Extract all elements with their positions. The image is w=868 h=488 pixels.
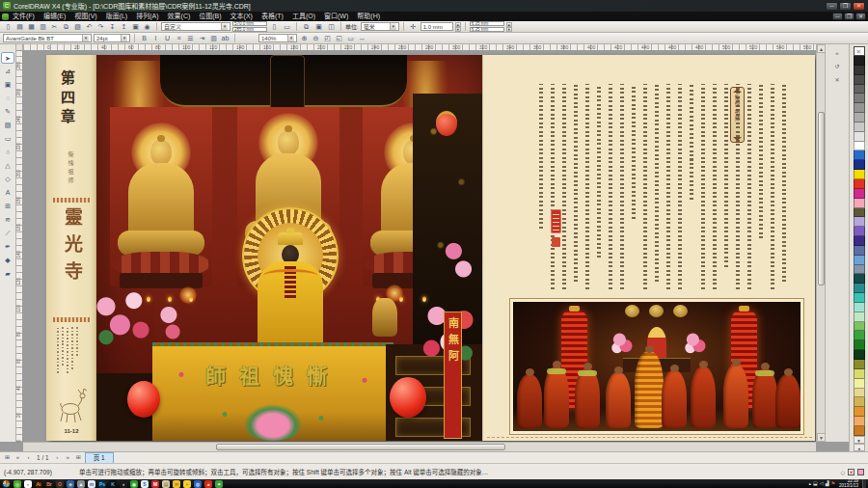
import-icon[interactable]: ↧ — [107, 22, 118, 32]
menu-文件[interactable]: 文件(F) — [9, 12, 39, 21]
next-page-button[interactable]: › — [53, 453, 62, 462]
horizontal-ruler[interactable]: 0204060801001201401601802002202402602803… — [23, 44, 816, 51]
color-swatch[interactable] — [854, 208, 865, 218]
doc-minimize-button[interactable]: ─ — [832, 13, 843, 20]
taskbar-app-globe-browser[interactable]: ◍ — [194, 480, 202, 488]
color-swatch[interactable] — [854, 350, 865, 360]
drawing-canvas[interactable]: 第四章 惭愧祖师 靈光寺 — [23, 51, 816, 442]
hscroll-thumb[interactable] — [216, 444, 505, 450]
print-icon[interactable]: ▥ — [38, 22, 48, 32]
units-combo[interactable]: 毫米▾ — [361, 22, 399, 31]
color-swatch[interactable] — [854, 122, 865, 132]
taskbar-app-media-app[interactable]: ◆ — [67, 480, 74, 488]
color-swatch[interactable] — [854, 397, 865, 407]
menu-帮助[interactable]: 帮助(H) — [353, 12, 384, 21]
color-swatch[interactable] — [854, 56, 865, 66]
cut-icon[interactable]: ✂ — [49, 22, 60, 32]
ruler-origin-corner[interactable] — [16, 44, 23, 51]
taskbar-app-green-app[interactable]: ✦ — [215, 480, 223, 488]
duplicate-y-field[interactable]: 6.35 mm — [470, 27, 504, 32]
color-swatch[interactable] — [854, 66, 865, 75]
taskbar-app-kugou[interactable]: K — [109, 480, 117, 488]
color-swatch[interactable] — [854, 303, 865, 312]
doc-restore-button[interactable]: ❐ — [844, 13, 854, 20]
page-options-icon[interactable]: ⊞ — [3, 453, 12, 462]
color-swatch[interactable] — [854, 426, 865, 436]
docker-icon[interactable]: ✕ — [832, 75, 843, 85]
taskbar-app-360-safe[interactable]: ◎ — [14, 480, 21, 488]
copy-icon[interactable]: ⧉ — [61, 22, 71, 32]
taskbar-app-mail[interactable]: ✉ — [173, 480, 180, 488]
palette-expand[interactable]: ◂ — [854, 444, 865, 451]
ellipse-tool[interactable]: ○ — [1, 147, 14, 158]
zoom-tool[interactable]: ◌ — [1, 93, 14, 104]
undo-icon[interactable]: ↶ — [84, 22, 95, 32]
color-swatch[interactable] — [854, 265, 865, 275]
color-swatch[interactable] — [854, 142, 865, 151]
edit-text-button[interactable]: ab — [220, 34, 231, 43]
taskbar-app-browser-green[interactable]: ◉ — [130, 480, 138, 488]
color-swatch[interactable] — [854, 407, 865, 417]
color-swatch[interactable] — [854, 284, 865, 293]
text-tool[interactable]: A — [1, 187, 14, 199]
pick-tool[interactable]: ➤ — [1, 52, 14, 64]
start-button[interactable] — [2, 479, 11, 488]
rectangle-tool[interactable]: ▭ — [1, 133, 14, 145]
color-swatch[interactable] — [854, 160, 865, 170]
right-page[interactable]: 惭愧祖师 — [482, 55, 815, 441]
color-swatch[interactable] — [854, 170, 865, 179]
menu-版面[interactable]: 版面(L) — [102, 12, 132, 21]
duplicate-spinner[interactable]: ▲▼ — [506, 22, 512, 31]
color-swatch[interactable] — [854, 293, 865, 303]
color-swatch[interactable] — [854, 199, 865, 208]
color-swatch[interactable] — [854, 389, 865, 398]
open-icon[interactable]: ▤ — [14, 22, 25, 32]
taskbar-app-notes[interactable]: ▤ — [162, 480, 170, 488]
taskbar-app-bridge[interactable]: Br — [45, 480, 53, 488]
color-swatch[interactable] — [854, 312, 865, 322]
paste-icon[interactable]: ▨ — [72, 22, 83, 32]
zoom-selected-button[interactable]: ◰ — [322, 34, 333, 43]
menu-文本[interactable]: 文本(X) — [227, 12, 257, 21]
paper-height-field[interactable]: 285.0 mm — [232, 27, 267, 32]
zoom-in-button[interactable]: ⊕ — [299, 34, 310, 43]
no-color-swatch[interactable]: ✕ — [854, 46, 865, 56]
color-swatch[interactable] — [854, 274, 865, 284]
basic-shapes-tool[interactable]: ◇ — [1, 174, 14, 185]
color-swatch[interactable] — [854, 113, 865, 122]
indent-button[interactable]: ⇥ — [197, 34, 207, 43]
zoom-out-button[interactable]: ⊖ — [311, 34, 321, 43]
color-swatch[interactable] — [854, 217, 865, 227]
color-swatch[interactable] — [854, 75, 865, 85]
nudge-spinner[interactable]: ▲▼ — [455, 22, 461, 31]
current-page-button[interactable]: ▣ — [313, 22, 324, 32]
taskbar-clock[interactable]: 22:39 2013/1/13 — [837, 479, 860, 488]
color-swatch[interactable] — [854, 236, 865, 246]
menu-编辑[interactable]: 编辑(E) — [40, 12, 69, 21]
restore-button[interactable]: ❐ — [839, 2, 852, 11]
page-spread[interactable]: 第四章 惭愧祖师 靈光寺 — [46, 55, 815, 441]
taskbar-app-sogou[interactable]: S — [141, 480, 149, 488]
vscroll-thumb[interactable] — [818, 112, 825, 285]
color-swatch[interactable] — [854, 417, 865, 426]
taskbar-app-qq[interactable]: ◖ — [120, 480, 127, 488]
prev-page-button[interactable]: ‹ — [24, 453, 33, 462]
taskbar-app-photoshop[interactable]: Ps — [98, 480, 106, 488]
tray-monitor-icon[interactable]: ⬓ — [813, 479, 818, 488]
menu-位图[interactable]: 位图(B) — [195, 12, 225, 21]
taskbar-app-maxthon[interactable]: M — [151, 480, 159, 488]
taskbar-app-photo-viewer[interactable]: ▲ — [77, 480, 85, 488]
menu-工具[interactable]: 工具(O) — [288, 12, 319, 21]
redo-icon[interactable]: ↷ — [95, 22, 106, 32]
taskbar-app-office[interactable]: O — [56, 480, 64, 488]
docker-icon[interactable]: « — [832, 48, 843, 58]
zoom-level-combo[interactable]: 140%▾ — [258, 34, 297, 42]
align-left-button[interactable]: ≡ — [174, 34, 184, 43]
fill-tool[interactable]: ◆ — [1, 255, 14, 266]
bold-button[interactable]: B — [139, 34, 149, 43]
blend-tool[interactable]: ≋ — [1, 214, 14, 226]
bullet-list-button[interactable]: ☰ — [185, 34, 196, 43]
menu-视图[interactable]: 视图(V) — [70, 12, 100, 21]
monks-photo[interactable] — [513, 302, 800, 431]
nudge-field[interactable]: 1.0 mm — [420, 22, 453, 31]
